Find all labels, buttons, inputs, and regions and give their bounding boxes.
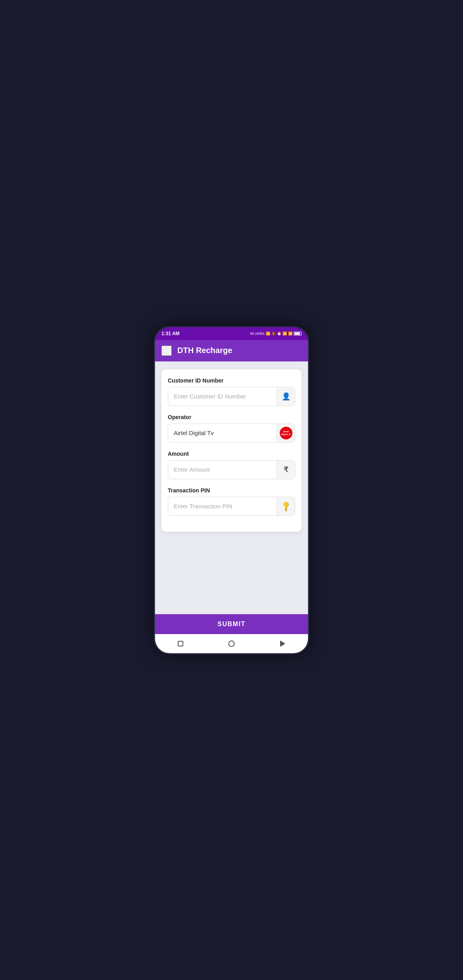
status-bar: 1:31 AM 56.1KB/s 📶 🔕 ⏰ 📶 📶: [155, 327, 308, 340]
triangle-icon: [280, 640, 285, 647]
wifi-icon: 📶: [288, 332, 292, 336]
transaction-pin-field-group: Transaction PIN 🔑: [168, 487, 295, 516]
nav-square-button[interactable]: [176, 639, 185, 648]
operator-value: Airtel Digital Tv: [168, 425, 277, 441]
page-title: DTH Recharge: [177, 346, 232, 355]
transaction-pin-input[interactable]: [168, 498, 277, 514]
customer-id-label: Customer ID Number: [168, 377, 295, 384]
rupee-icon: ₹: [284, 465, 288, 474]
rupee-icon-box: ₹: [277, 461, 295, 479]
main-content: Customer ID Number 👤 Operator Airtel Dig…: [155, 361, 308, 614]
form-card: Customer ID Number 👤 Operator Airtel Dig…: [161, 369, 302, 532]
transaction-pin-label: Transaction PIN: [168, 487, 295, 494]
operator-wrapper[interactable]: Airtel Digital Tv airteldigital tv: [168, 424, 295, 443]
amount-label: Amount: [168, 451, 295, 457]
app-header: ← DTH Recharge: [155, 340, 308, 361]
operator-field-group: Operator Airtel Digital Tv airteldigital…: [168, 414, 295, 443]
operator-logo-box: airteldigital tv: [277, 424, 295, 442]
submit-button[interactable]: SUBMIT: [218, 621, 245, 628]
nav-back-button[interactable]: [278, 639, 287, 648]
nav-home-button[interactable]: [227, 639, 236, 648]
transaction-pin-input-wrapper: 🔑: [168, 497, 295, 516]
customer-id-field-group: Customer ID Number 👤: [168, 377, 295, 406]
operator-label: Operator: [168, 414, 295, 420]
status-time: 1:31 AM: [161, 331, 180, 336]
phone-frame: 1:31 AM 56.1KB/s 📶 🔕 ⏰ 📶 📶 ← DTH Recharg…: [154, 326, 309, 654]
alarm-icon: ⏰: [277, 332, 281, 336]
battery-icon: [294, 332, 302, 336]
amount-field-group: Amount ₹: [168, 451, 295, 479]
bluetooth-icon: 📶: [266, 332, 270, 336]
amount-input-wrapper: ₹: [168, 460, 295, 479]
mute-icon: 🔕: [271, 332, 276, 336]
key-icon: 🔑: [280, 500, 292, 512]
signal-icon: 📶: [283, 332, 287, 336]
network-speed: 56.1KB/s: [250, 332, 265, 336]
status-icons: 56.1KB/s 📶 🔕 ⏰ 📶 📶: [250, 332, 302, 336]
battery-fill: [294, 332, 300, 335]
amount-input[interactable]: [168, 461, 277, 478]
customer-id-input[interactable]: [168, 388, 277, 404]
airtel-logo: airteldigital tv: [280, 427, 292, 439]
square-icon: [178, 641, 183, 646]
contact-icon-box: 👤: [277, 387, 295, 406]
contact-icon: 👤: [282, 392, 290, 401]
nav-bar: [155, 634, 308, 653]
submit-bar: SUBMIT: [155, 614, 308, 634]
key-icon-box: 🔑: [277, 497, 295, 515]
circle-icon: [228, 640, 235, 647]
back-button[interactable]: ←: [161, 346, 172, 356]
customer-id-input-wrapper: 👤: [168, 387, 295, 406]
airtel-logo-text: airteldigital tv: [281, 430, 291, 435]
